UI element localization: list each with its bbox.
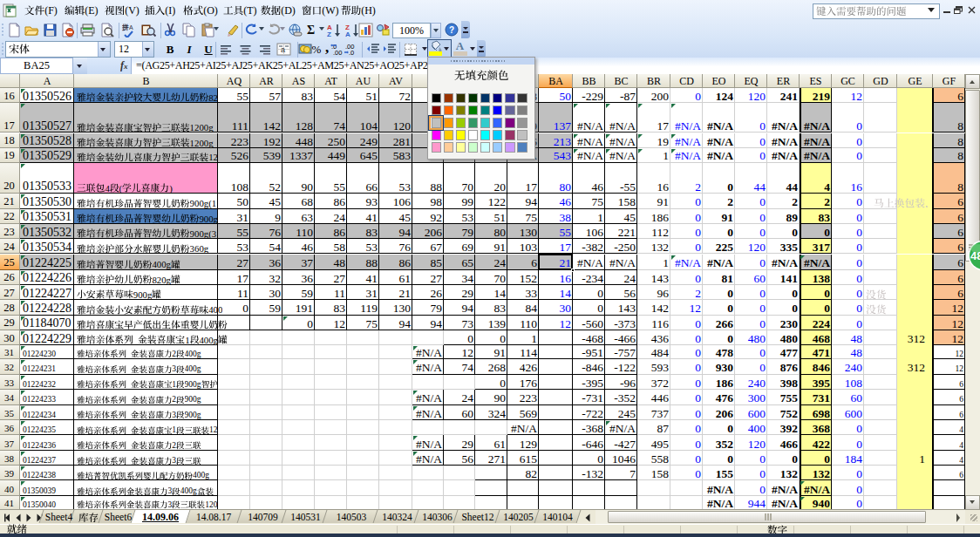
svg-text:?: ?	[449, 25, 454, 35]
svg-text:A: A	[129, 24, 133, 31]
svg-text:Z: Z	[327, 31, 331, 37]
svg-text:48: 48	[970, 249, 980, 262]
svg-text:A: A	[345, 31, 350, 37]
svg-text:拼: 拼	[122, 24, 129, 31]
svg-text:.00: .00	[333, 49, 342, 57]
svg-text:.0: .0	[349, 49, 354, 57]
